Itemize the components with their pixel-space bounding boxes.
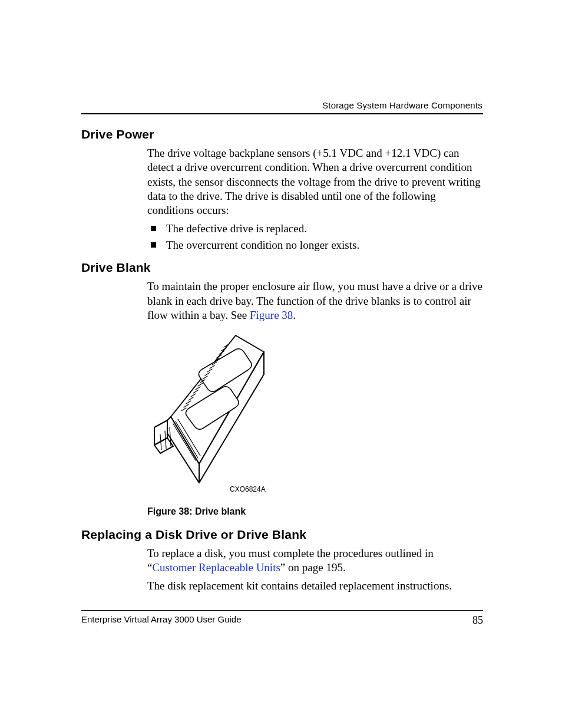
heading-replacing: Replacing a Disk Drive or Drive Blank: [81, 528, 483, 542]
header-rule: [81, 113, 483, 114]
replacing-paragraph-2: The disk replacement kit contains detail…: [147, 579, 483, 593]
bullet-item: The overcurrent condition no longer exis…: [147, 238, 483, 252]
drive-blank-text: To maintain the proper enclosure air flo…: [147, 280, 482, 321]
heading-drive-power: Drive Power: [81, 127, 483, 141]
running-header: Storage System Hardware Components: [322, 100, 482, 110]
cru-link[interactable]: Customer Replaceable Units: [152, 561, 280, 574]
replacing-text-post: ” on page 195.: [280, 561, 346, 574]
replacing-paragraph-1: To replace a disk, you must complete the…: [147, 546, 483, 575]
footer-title: Enterprise Virtual Array 3000 User Guide: [81, 614, 242, 624]
heading-drive-blank: Drive Blank: [81, 261, 483, 275]
figure-id-label: CXO6824A: [230, 485, 483, 493]
bullet-item: The defective drive is replaced.: [147, 222, 483, 236]
drive-power-paragraph: The drive voltage backplane sensors (+5.…: [147, 146, 483, 218]
drive-blank-figure-icon: [147, 328, 277, 487]
footer-rule: [81, 610, 483, 611]
figure-caption: Figure 38: Drive blank: [147, 506, 483, 517]
figure-reference-link[interactable]: Figure 38: [250, 309, 293, 321]
drive-power-bullets: The defective drive is replaced. The ove…: [147, 222, 483, 253]
drive-blank-paragraph: To maintain the proper enclosure air flo…: [147, 279, 483, 322]
page-number: 85: [472, 614, 483, 627]
drive-blank-text-post: .: [293, 309, 296, 321]
